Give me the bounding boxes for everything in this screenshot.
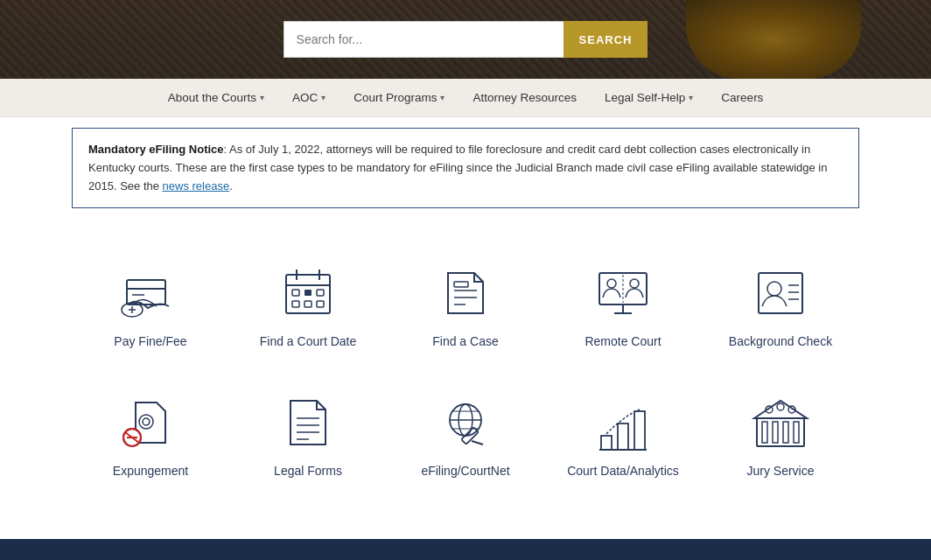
- nav-item-aoc[interactable]: AOC ▾: [278, 79, 340, 117]
- nav-item-attorney[interactable]: Attorney Resources: [458, 79, 591, 117]
- icon-grid-row2: Expungement Legal Forms: [52, 374, 878, 495]
- news-release-link[interactable]: news release: [163, 179, 230, 192]
- court-data-label: Court Data/Analytics: [567, 464, 679, 478]
- svg-point-28: [767, 282, 781, 296]
- svg-rect-51: [634, 411, 645, 450]
- find-case-icon: [435, 262, 496, 324]
- main-nav: About the Courts ▾ AOC ▾ Court Programs …: [0, 79, 931, 117]
- svg-rect-12: [317, 290, 324, 296]
- chevron-down-icon: ▾: [689, 93, 693, 102]
- svg-point-32: [139, 415, 153, 429]
- icon-find-case[interactable]: Find a Case: [387, 245, 544, 366]
- svg-rect-53: [757, 418, 804, 446]
- main-content: Pay Fine/Fee Find a Court Date: [0, 219, 931, 539]
- legal-forms-label: Legal Forms: [274, 464, 342, 478]
- svg-rect-15: [317, 301, 324, 307]
- nav-item-about[interactable]: About the Courts ▾: [154, 79, 278, 117]
- svg-rect-55: [773, 422, 778, 443]
- notice-box: Mandatory eFiling Notice: As of July 1, …: [72, 128, 859, 208]
- icon-jury-service[interactable]: Jury Service: [702, 374, 859, 495]
- icon-grid-row1: Pay Fine/Fee Find a Court Date: [52, 245, 878, 366]
- pay-fine-label: Pay Fine/Fee: [114, 334, 186, 348]
- expungement-icon: [120, 392, 181, 453]
- background-check-label: Background Check: [729, 334, 832, 348]
- expungement-label: Expungement: [113, 464, 188, 478]
- svg-rect-49: [601, 436, 612, 450]
- background-check-icon: [750, 262, 811, 324]
- svg-rect-0: [127, 280, 165, 304]
- icon-expungement[interactable]: Expungement: [72, 374, 229, 495]
- icon-background-check[interactable]: Background Check: [702, 245, 859, 366]
- pay-fine-icon: [120, 262, 181, 324]
- svg-rect-14: [304, 301, 312, 307]
- svg-point-25: [630, 279, 639, 288]
- notice-bar: Mandatory eFiling Notice: As of July 1, …: [0, 117, 931, 219]
- search-bar: SEARCH: [284, 21, 648, 58]
- legal-forms-icon: [277, 392, 339, 453]
- search-button[interactable]: SEARCH: [564, 21, 648, 58]
- search-input[interactable]: [284, 21, 564, 58]
- svg-rect-19: [454, 282, 468, 287]
- nav-item-careers[interactable]: Careers: [707, 79, 777, 117]
- chevron-down-icon: ▾: [321, 93, 326, 102]
- svg-rect-10: [292, 290, 299, 296]
- svg-rect-50: [618, 424, 628, 450]
- nav-item-legal[interactable]: Legal Self-Help ▾: [591, 79, 707, 117]
- efiling-label: eFiling/CourtNet: [421, 464, 509, 478]
- svg-rect-13: [292, 301, 299, 307]
- remote-court-label: Remote Court: [584, 334, 661, 348]
- icon-remote-court[interactable]: Remote Court: [544, 245, 702, 366]
- svg-rect-11: [304, 290, 312, 296]
- court-data-icon: [592, 392, 654, 453]
- icon-pay-fine[interactable]: Pay Fine/Fee: [72, 245, 229, 366]
- hero-section: SEARCH: [0, 0, 931, 79]
- jury-service-icon: [750, 392, 811, 453]
- find-court-date-icon: [277, 262, 339, 324]
- county-bar: Find a Court / Circuit Court Clerk by Co…: [0, 539, 931, 560]
- chevron-down-icon: ▾: [260, 93, 264, 102]
- find-case-label: Find a Case: [432, 334, 498, 348]
- find-court-date-label: Find a Court Date: [260, 334, 357, 348]
- remote-court-icon: [592, 262, 654, 324]
- svg-rect-57: [794, 422, 799, 443]
- svg-line-48: [472, 441, 483, 444]
- svg-point-60: [777, 403, 784, 410]
- notice-title: Mandatory eFiling Notice: [88, 143, 224, 156]
- icon-court-data[interactable]: Court Data/Analytics: [544, 374, 702, 495]
- chevron-down-icon: ▾: [440, 93, 444, 102]
- icon-legal-forms[interactable]: Legal Forms: [229, 374, 387, 495]
- icon-efiling[interactable]: eFiling/CourtNet: [387, 374, 544, 495]
- icon-find-court-date[interactable]: Find a Court Date: [229, 245, 387, 366]
- efiling-icon: [435, 392, 496, 453]
- jury-service-label: Jury Service: [746, 464, 814, 478]
- svg-point-24: [607, 279, 616, 288]
- svg-rect-54: [762, 422, 767, 443]
- svg-rect-56: [783, 422, 788, 443]
- nav-item-court-programs[interactable]: Court Programs ▾: [340, 79, 458, 117]
- svg-point-33: [143, 418, 150, 425]
